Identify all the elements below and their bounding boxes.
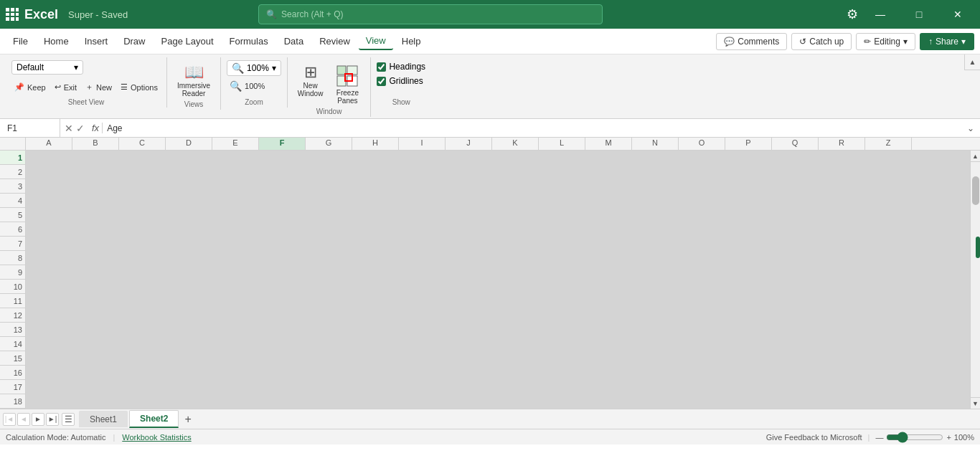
menu-review[interactable]: Review bbox=[312, 33, 357, 49]
row-header-14[interactable]: 14 bbox=[0, 337, 25, 351]
confirm-formula-icon[interactable]: ✓ bbox=[76, 123, 85, 134]
scrollbar-thumb[interactable] bbox=[972, 176, 979, 205]
immersive-reader-button[interactable]: 📖 ImmersiveReader bbox=[173, 60, 215, 100]
menu-data[interactable]: Data bbox=[277, 33, 311, 49]
sheet-menu-button[interactable]: ☰ bbox=[62, 413, 75, 426]
row-header-11[interactable]: 11 bbox=[0, 294, 25, 308]
sheet-tab-sheet1[interactable]: Sheet1 bbox=[79, 411, 128, 427]
col-header-d[interactable]: D bbox=[166, 138, 212, 150]
menu-formulas[interactable]: Formulas bbox=[222, 33, 275, 49]
freeze-panes-button[interactable]: FreezePanes bbox=[330, 60, 364, 108]
col-header-f[interactable]: F bbox=[259, 138, 306, 150]
close-button[interactable]: ✕ bbox=[941, 3, 974, 26]
row-header-17[interactable]: 17 bbox=[0, 380, 25, 394]
col-header-z[interactable]: Z bbox=[865, 138, 912, 150]
row-header-6[interactable]: 6 bbox=[0, 222, 25, 237]
svg-rect-4 bbox=[11, 13, 14, 16]
headings-checkbox[interactable]: Headings bbox=[377, 60, 425, 73]
nav-first-button[interactable]: |◄ bbox=[3, 413, 16, 426]
col-header-k[interactable]: K bbox=[492, 138, 539, 150]
workbook-stats-button[interactable]: Workbook Statistics bbox=[122, 433, 191, 442]
col-header-p[interactable]: P bbox=[725, 138, 772, 150]
row-header-2[interactable]: 2 bbox=[0, 165, 25, 179]
feedback-label[interactable]: Give Feedback to Microsoft bbox=[766, 433, 862, 442]
share-button[interactable]: ↑ Share ▾ bbox=[920, 33, 974, 50]
row-header-13[interactable]: 13 bbox=[0, 323, 25, 337]
nav-next-button[interactable]: ► bbox=[32, 413, 44, 426]
row-header-12[interactable]: 12 bbox=[0, 308, 25, 323]
row-header-9[interactable]: 9 bbox=[0, 265, 25, 280]
row-header-15[interactable]: 15 bbox=[0, 351, 25, 366]
zoom-out-button[interactable]: — bbox=[875, 433, 883, 442]
keep-button[interactable]: 📌 Keep bbox=[11, 80, 49, 94]
col-header-l[interactable]: L bbox=[539, 138, 585, 150]
ribbon-collapse-button[interactable]: ▲ bbox=[964, 54, 980, 70]
formula-expand-button[interactable]: ⌄ bbox=[964, 123, 977, 133]
col-header-h[interactable]: H bbox=[352, 138, 399, 150]
menu-draw[interactable]: Draw bbox=[116, 33, 152, 49]
show-group-label: Show bbox=[377, 98, 425, 108]
zoom-in-button[interactable]: + bbox=[946, 433, 951, 442]
cells-area[interactable] bbox=[26, 151, 970, 409]
col-header-q[interactable]: Q bbox=[772, 138, 819, 150]
minimize-button[interactable]: — bbox=[864, 3, 897, 26]
search-input[interactable] bbox=[281, 9, 595, 19]
col-header-n[interactable]: N bbox=[632, 138, 679, 150]
sheet-view-dropdown[interactable]: Default ▾ bbox=[11, 60, 83, 75]
col-header-i[interactable]: I bbox=[399, 138, 446, 150]
row-header-4[interactable]: 4 bbox=[0, 194, 25, 208]
col-header-m[interactable]: M bbox=[585, 138, 632, 150]
row-header-8[interactable]: 8 bbox=[0, 251, 25, 265]
row-header-10[interactable]: 10 bbox=[0, 280, 25, 294]
menu-file[interactable]: File bbox=[6, 33, 35, 49]
nav-last-button[interactable]: ►| bbox=[46, 413, 59, 426]
col-header-r[interactable]: R bbox=[819, 138, 865, 150]
catch-up-button[interactable]: ↺ Catch up bbox=[791, 33, 852, 50]
zoom-100-button[interactable]: 🔍 100% bbox=[227, 79, 268, 93]
editing-button[interactable]: ✏ Editing ▾ bbox=[856, 33, 915, 50]
menu-insert[interactable]: Insert bbox=[77, 33, 116, 49]
formula-input[interactable] bbox=[103, 123, 964, 133]
scroll-up-button[interactable]: ▲ bbox=[971, 151, 981, 162]
gridlines-checkbox[interactable]: Gridlines bbox=[377, 75, 423, 87]
comments-button[interactable]: 💬 Comments bbox=[716, 33, 787, 50]
status-bar: Calculation Mode: Automatic | Workbook S… bbox=[0, 429, 980, 444]
menu-help[interactable]: Help bbox=[395, 33, 428, 49]
menu-view[interactable]: View bbox=[359, 32, 393, 50]
sheet-tab-sheet2[interactable]: Sheet2 bbox=[129, 410, 179, 428]
cell-name-box[interactable] bbox=[3, 119, 60, 137]
row-header-16[interactable]: 16 bbox=[0, 366, 25, 380]
col-header-o[interactable]: O bbox=[679, 138, 725, 150]
row-header-7[interactable]: 7 bbox=[0, 237, 25, 251]
menu-page-layout[interactable]: Page Layout bbox=[154, 33, 221, 49]
col-header-g[interactable]: G bbox=[306, 138, 352, 150]
col-header-b[interactable]: B bbox=[72, 138, 119, 150]
row-header-1[interactable]: 1 bbox=[0, 151, 25, 165]
new-view-button[interactable]: ＋ New bbox=[83, 80, 115, 94]
headings-checkbox-input[interactable] bbox=[377, 62, 386, 72]
row-header-5[interactable]: 5 bbox=[0, 208, 25, 222]
col-header-e[interactable]: E bbox=[212, 138, 259, 150]
maximize-button[interactable]: □ bbox=[903, 3, 936, 26]
cancel-formula-icon[interactable]: ✕ bbox=[65, 123, 73, 134]
row-header-18[interactable]: 18 bbox=[0, 394, 25, 409]
search-box[interactable]: 🔍 bbox=[258, 4, 603, 24]
new-window-button[interactable]: ⊞ NewWindow bbox=[293, 60, 328, 100]
add-sheet-button[interactable]: + bbox=[180, 413, 195, 426]
col-header-c[interactable]: C bbox=[119, 138, 166, 150]
scroll-down-button[interactable]: ▼ bbox=[971, 397, 981, 409]
exit-button[interactable]: ↩ Exit bbox=[52, 80, 80, 94]
gridlines-checkbox-input[interactable] bbox=[377, 77, 386, 86]
col-header-j[interactable]: J bbox=[446, 138, 492, 150]
options-button[interactable]: ☰ Options bbox=[118, 80, 161, 94]
zoom-dropdown[interactable]: 🔍 100% ▾ bbox=[227, 60, 281, 76]
row-header-3[interactable]: 3 bbox=[0, 179, 25, 194]
menu-home[interactable]: Home bbox=[37, 33, 76, 49]
settings-icon[interactable]: ⚙ bbox=[847, 6, 858, 22]
col-header-a[interactable]: A bbox=[26, 138, 72, 150]
nav-prev-button[interactable]: ◄ bbox=[17, 413, 30, 426]
zoom-slider[interactable] bbox=[886, 432, 943, 443]
views-group-label: Views bbox=[173, 100, 215, 110]
waffle-icon[interactable] bbox=[6, 8, 19, 21]
vertical-scrollbar[interactable]: ▲ ▼ bbox=[970, 151, 980, 409]
